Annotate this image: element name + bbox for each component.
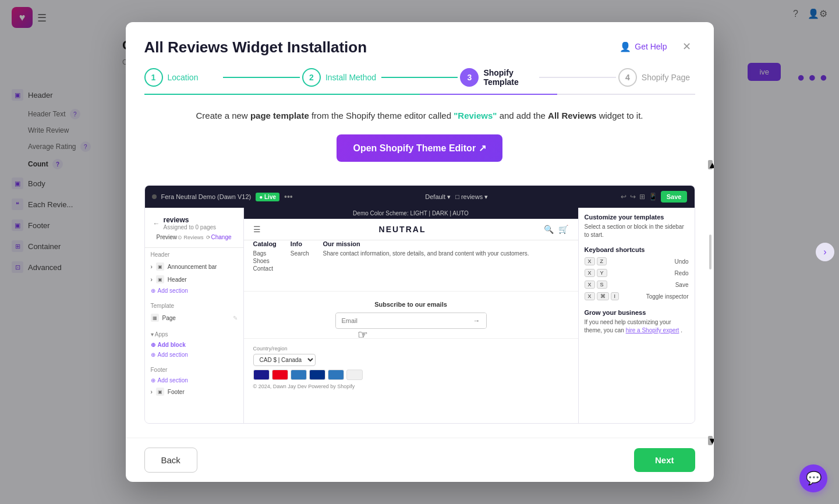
step-2-circle: 2 [302, 68, 321, 87]
editor-topbar-center: Default ▾ □ reviews ▾ [425, 193, 488, 201]
add-section-label-3: Add section [158, 377, 188, 384]
discover-icon [346, 370, 363, 380]
scroll-up-arrow[interactable]: ▲ [708, 160, 713, 169]
template-name: reviews [164, 216, 217, 224]
steps-container: 1 Location 2 Install Method 3 Shopify Te… [126, 56, 714, 95]
apps-section-header: ▾ Apps [151, 331, 238, 338]
email-submit-icon[interactable]: → [468, 313, 486, 328]
header-item-label: Header [168, 276, 187, 283]
announcement-label: Announcement bar [168, 264, 217, 270]
store-nav-icons: 🔍 🛒 [544, 225, 568, 234]
step-3-label: Shopify Template [483, 68, 537, 87]
visa-icon [253, 370, 270, 380]
shoes-item[interactable]: Shoes [253, 257, 277, 265]
back-button[interactable]: Back [144, 448, 197, 473]
zoom-icon[interactable]: ⊞ [639, 193, 645, 201]
announcement-bar-row[interactable]: › ▣ Announcement bar [151, 260, 238, 273]
hire-shopify-link[interactable]: hire a Shopify expert [626, 327, 679, 333]
add-circle-icon-2: ⊕ [151, 342, 155, 348]
reviews-link[interactable]: ⊙ Reviews [178, 235, 204, 240]
instruction-text: Create a new page template from the Shop… [144, 109, 695, 123]
announcement-icon: ▣ [156, 262, 164, 271]
step-4-circle: 4 [618, 68, 637, 87]
editor-right-panel: Customize your templates Select a sectio… [578, 208, 695, 423]
country-select[interactable]: CAD $ | Canada [253, 354, 316, 366]
add-section-footer[interactable]: ⊕ Add section [151, 375, 238, 385]
header-section-header: Header [151, 251, 238, 258]
shortcut-save: XS Save [585, 279, 689, 290]
add-section-header[interactable]: ⊕ Add section [151, 286, 238, 296]
keyboard-shortcuts-section: Keyboard shortcuts XZ Undo XY Redo [585, 246, 689, 302]
more-dots-icon[interactable]: ••• [284, 192, 293, 201]
step-1: 1 Location [144, 68, 221, 87]
page-edit-icon[interactable]: ✎ [233, 315, 238, 321]
store-name-label: Fera Neutral Demo (Dawn V12) [161, 193, 252, 200]
store-footer: Country/region CAD $ | Canada [244, 338, 578, 396]
next-button[interactable]: Next [634, 448, 695, 472]
catalog-heading: Catalog [253, 240, 277, 247]
shortcut-undo: XZ Undo [585, 255, 689, 267]
keyboard-title: Keyboard shortcuts [585, 246, 689, 253]
topbar-dot [152, 194, 157, 199]
undo-icon[interactable]: ↩ [621, 193, 626, 201]
store-columns: Catalog Bags Shoes Contact Info [244, 240, 578, 279]
refresh-icon[interactable]: ⟳ [206, 235, 211, 240]
paypal-icon [309, 370, 325, 380]
search-icon[interactable]: 🔍 [544, 225, 554, 234]
instruction-mid: from the Shopify theme editor called [311, 111, 454, 120]
live-badge: ● Live [256, 193, 279, 201]
template-section: Template ▦ Page ✎ [145, 299, 243, 328]
subscribe-section: Subscribe to our emails → [244, 291, 578, 338]
add-section-apps[interactable]: ⊕ Add section [151, 350, 238, 360]
step-1-label: Location [168, 73, 199, 82]
grow-section: Grow your business If you need help cust… [585, 309, 689, 335]
footer-copyright: © 2024, Dawn Jay Dev Powered by Shopify [253, 384, 569, 389]
editor-save-button[interactable]: Save [661, 191, 688, 203]
expand-icon-footer: › [151, 389, 153, 395]
scroll-down-arrow[interactable]: ▼ [708, 436, 713, 445]
chat-bubble-button[interactable]: 💬 [799, 464, 827, 492]
page-label: Page [162, 315, 176, 321]
cart-icon[interactable]: 🛒 [558, 225, 568, 234]
right-chevron-icon[interactable]: › [816, 243, 834, 261]
redo-icon[interactable]: ↪ [630, 193, 636, 201]
back-arrow-icon[interactable]: ← [153, 219, 160, 228]
reviews-dropdown[interactable]: □ reviews ▾ [455, 193, 488, 201]
step-3-circle: 3 [460, 68, 479, 87]
template-section-label: Template [151, 303, 175, 309]
mastercard-icon [272, 370, 288, 380]
editor-left-top: ← reviews Assigned to 0 pages Preview [145, 208, 243, 248]
add-block-row[interactable]: ⊕ Add block [151, 340, 238, 350]
subscribe-title: Subscribe to our emails [253, 301, 569, 308]
step-connector-3 [539, 77, 616, 78]
bags-item[interactable]: Bags [253, 250, 277, 257]
step-connector-2 [381, 77, 458, 78]
contact-item[interactable]: Contact [253, 265, 277, 272]
add-section-label-1: Add section [158, 288, 188, 294]
add-circle-icon-3: ⊕ [151, 352, 155, 358]
steps-row: 1 Location 2 Install Method 3 Shopify Te… [144, 68, 695, 87]
save-action: Save [675, 282, 689, 288]
footer-row[interactable]: › ▣ Footer [151, 385, 238, 398]
header-row[interactable]: › ▣ Header [151, 273, 238, 286]
mission-heading: Our mission [323, 240, 529, 247]
editor-topbar: Fera Neutral Demo (Dawn V12) ● Live ••• … [145, 186, 695, 208]
add-section-label-2: Add section [158, 352, 188, 358]
change-button[interactable]: Change [211, 234, 231, 240]
default-dropdown[interactable]: Default ▾ [425, 193, 451, 201]
page-row[interactable]: ▦ Page ✎ [151, 311, 238, 324]
redo-action: Redo [675, 270, 689, 276]
get-help-link[interactable]: 👤 Get Help [619, 41, 667, 52]
open-shopify-editor-button[interactable]: Open Shopify Theme Editor ↗ [337, 134, 502, 162]
demo-bar: Demo Color Scheme: LIGHT | DARK | AUTO [244, 208, 578, 219]
modal-close-button[interactable]: ✕ [679, 38, 695, 55]
apps-label: ▾ Apps [151, 331, 168, 338]
step-2: 2 Install Method [302, 68, 379, 87]
email-input[interactable] [336, 314, 468, 328]
hamburger-store-icon[interactable]: ☰ [253, 225, 261, 234]
search-link[interactable]: Search [291, 250, 309, 257]
footer-section-label: Footer [151, 367, 168, 373]
mobile-icon[interactable]: 📱 [649, 193, 657, 201]
preview-label: Preview [157, 234, 178, 240]
expand-icon-2: › [151, 276, 153, 283]
